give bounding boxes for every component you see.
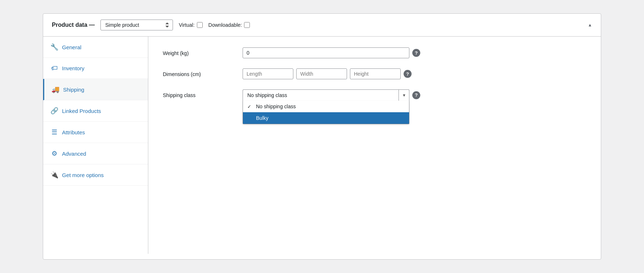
weight-help-icon[interactable]: ?: [412, 49, 420, 57]
shipping-class-selected-value: No shipping class: [247, 92, 287, 98]
check-icon: ✓: [247, 104, 253, 109]
weight-inputs: ?: [243, 47, 586, 58]
sidebar-item-shipping[interactable]: 🚚 Shipping: [43, 79, 148, 100]
shipping-option-bulky-label: Bulky: [256, 115, 268, 121]
shipping-option-bulky[interactable]: Bulky: [243, 112, 409, 124]
panel-body: 🔧 General 🏷 Inventory 🚚 Shipping 🔗 Linke…: [43, 37, 601, 254]
wrench-icon: 🔧: [50, 43, 58, 51]
length-input[interactable]: [243, 68, 293, 79]
shipping-option-no-class-label: No shipping class: [256, 104, 296, 109]
list-icon: ☰: [50, 128, 58, 136]
product-data-panel: Product data — Simple product Variable p…: [43, 13, 601, 260]
shipping-class-inputs: No shipping class ▼ ✓ No shipping class …: [243, 89, 586, 101]
truck-icon: 🚚: [51, 85, 59, 93]
weight-label: Weight (kg): [163, 47, 235, 56]
sidebar-label-get-more-options: Get more options: [62, 172, 104, 178]
virtual-checkbox[interactable]: [197, 22, 203, 28]
downloadable-checkbox[interactable]: [244, 22, 250, 28]
link-icon: 🔗: [50, 107, 58, 115]
shipping-class-row: Shipping class No shipping class ▼ ✓ No …: [163, 89, 586, 101]
shipping-class-wrapper: No shipping class ▼ ✓ No shipping class …: [243, 89, 409, 101]
virtual-checkbox-label: Virtual:: [179, 22, 202, 28]
virtual-label: Virtual:: [179, 22, 194, 28]
main-content: Weight (kg) ? Dimensions (cm) ? Shipping: [148, 37, 601, 254]
sidebar-label-general: General: [62, 44, 81, 50]
panel-title: Product data —: [52, 22, 95, 28]
sidebar-label-shipping: Shipping: [63, 87, 84, 93]
gear-icon: ⚙: [50, 150, 58, 158]
sidebar-item-attributes[interactable]: ☰ Attributes: [43, 122, 148, 143]
sidebar-item-inventory[interactable]: 🏷 Inventory: [43, 58, 148, 79]
width-input[interactable]: [296, 68, 347, 79]
weight-input[interactable]: [243, 47, 409, 58]
sidebar-label-linked-products: Linked Products: [62, 108, 101, 114]
weight-row: Weight (kg) ?: [163, 47, 586, 58]
sidebar-item-general[interactable]: 🔧 General: [43, 37, 148, 58]
panel-header: Product data — Simple product Variable p…: [43, 14, 601, 37]
dimensions-inputs: ?: [243, 68, 586, 79]
shipping-class-dropdown: ✓ No shipping class Bulky: [243, 101, 409, 124]
dropdown-arrow-icon: ▼: [399, 89, 409, 101]
plugin-icon: 🔌: [50, 171, 58, 179]
sidebar-item-linked-products[interactable]: 🔗 Linked Products: [43, 100, 148, 122]
downloadable-checkbox-label: Downloadable:: [209, 22, 250, 28]
collapse-button[interactable]: ▲: [588, 22, 592, 28]
product-type-select[interactable]: Simple product Variable product Grouped …: [100, 20, 173, 30]
shipping-class-label: Shipping class: [163, 89, 235, 98]
shipping-class-help-icon[interactable]: ?: [412, 91, 420, 99]
height-input[interactable]: [350, 68, 401, 79]
downloadable-label: Downloadable:: [209, 22, 242, 28]
sidebar-item-get-more-options[interactable]: 🔌 Get more options: [43, 164, 148, 186]
sidebar-label-inventory: Inventory: [62, 65, 84, 71]
sidebar: 🔧 General 🏷 Inventory 🚚 Shipping 🔗 Linke…: [43, 37, 148, 254]
dimensions-help-icon[interactable]: ?: [404, 70, 412, 78]
sidebar-label-advanced: Advanced: [62, 151, 86, 157]
sidebar-item-advanced[interactable]: ⚙ Advanced: [43, 143, 148, 164]
sidebar-label-attributes: Attributes: [62, 129, 85, 135]
tag-icon: 🏷: [50, 64, 58, 72]
dimensions-label: Dimensions (cm): [163, 68, 235, 77]
shipping-class-select[interactable]: No shipping class ▼: [243, 89, 409, 101]
shipping-option-no-class[interactable]: ✓ No shipping class: [243, 101, 409, 112]
dimensions-row: Dimensions (cm) ?: [163, 68, 586, 79]
